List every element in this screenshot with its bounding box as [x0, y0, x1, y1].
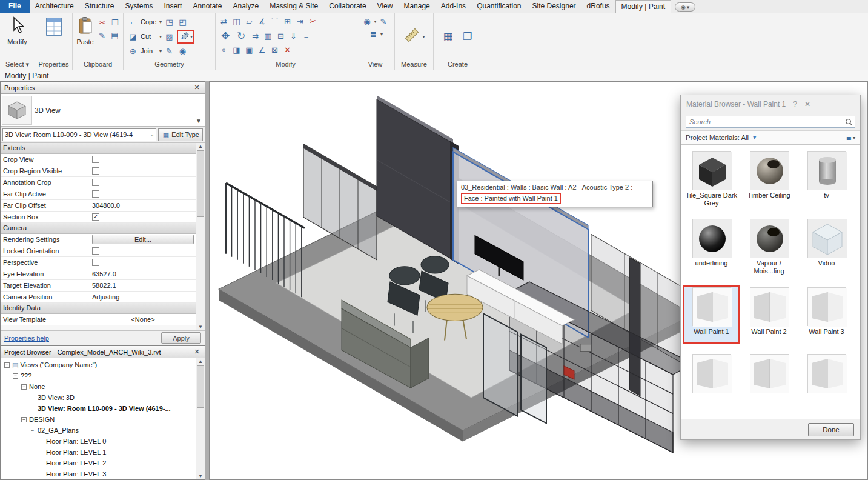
align-icon[interactable]: ⇄ — [218, 16, 230, 27]
half-tone-icon[interactable]: ◨ — [231, 44, 242, 56]
extend-icon[interactable]: ⇥ — [294, 16, 306, 27]
project-browser-title-bar[interactable]: Project Browser - Complex_Model_ARCH_Wik… — [1, 346, 205, 358]
material-timber-ceiling[interactable]: Timber Ceiling — [740, 148, 798, 209]
material-wall-paint-3[interactable]: Wall Paint 3 — [798, 285, 855, 344]
expander-icon[interactable]: − — [21, 384, 27, 390]
cope-button[interactable]: Cope — [141, 18, 157, 25]
tree-item-floor-plan-level-0[interactable]: Floor Plan: LEVEL 0 — [1, 436, 196, 447]
material-wall-paint-1[interactable]: Wall Paint 1 — [683, 285, 740, 344]
material-tile-square-dark-grey[interactable]: Tile_Square Dark Grey — [683, 148, 740, 209]
cut-to-clipboard-icon[interactable]: ✂ — [96, 17, 108, 28]
wall-joins-icon[interactable]: ◉ — [177, 45, 188, 57]
material-tv[interactable]: tv — [798, 148, 855, 209]
browser-scrollbar[interactable]: ▲ ▼ — [196, 358, 205, 479]
property-value[interactable] — [90, 177, 196, 188]
join-button[interactable]: Join — [141, 47, 157, 55]
material-search-input[interactable] — [686, 116, 855, 128]
move-icon[interactable]: ✥ — [218, 28, 233, 43]
tree-item-item[interactable]: −??? — [1, 370, 196, 381]
close-icon[interactable]: ✕ — [804, 100, 810, 108]
tab-file[interactable]: File — [0, 0, 30, 13]
tree-item-3d-view-3d[interactable]: 3D View: 3D — [1, 392, 196, 403]
uncut-geometry-icon[interactable]: ◰ — [177, 16, 188, 28]
section-header-extents[interactable]: Extents — [1, 143, 196, 154]
close-icon[interactable]: ✕ — [193, 84, 201, 92]
scroll-down-icon[interactable]: ▼ — [196, 324, 205, 330]
paste-options-icon[interactable]: ▤ — [109, 30, 121, 41]
pin-icon[interactable]: ⇓ — [288, 30, 299, 42]
scrollbar-thumb[interactable] — [197, 365, 204, 408]
scroll-up-icon[interactable]: ▲ — [196, 359, 205, 364]
split-icon[interactable]: ✂ — [307, 16, 319, 27]
material-vapour-mois-fing[interactable]: Vapour / Mois...fing — [740, 216, 798, 277]
ribbon-options-button[interactable]: ◉▾ — [675, 2, 695, 12]
properties-panel-footer[interactable]: Properties — [35, 59, 72, 70]
tab-insert[interactable]: Insert — [158, 0, 187, 13]
snap-icon[interactable]: ⌖ — [218, 44, 230, 56]
property-value[interactable]: 58822.1 — [90, 280, 196, 291]
paste-button[interactable]: Paste — [75, 15, 95, 58]
box-select-icon[interactable]: ⊠ — [269, 44, 280, 56]
tree-item-floor-plan-level-2[interactable]: Floor Plan: LEVEL 2 — [1, 458, 196, 468]
tree-item-floor-plan-level-1[interactable]: Floor Plan: LEVEL 1 — [1, 447, 196, 458]
thin-lines-icon[interactable]: ◉ — [361, 16, 373, 27]
copy-to-clipboard-icon[interactable]: ❐ — [109, 17, 121, 28]
edit-type-button[interactable]: ▦ Edit Type — [158, 128, 203, 141]
offset-icon[interactable]: ◫ — [231, 16, 242, 27]
chevron-down-icon[interactable]: ▼ — [196, 118, 202, 124]
scrollbar-thumb[interactable] — [197, 150, 204, 217]
unpin-icon[interactable]: ≡ — [300, 30, 312, 42]
hidden-lines-icon[interactable]: ✎ — [378, 16, 389, 27]
properties-button[interactable] — [38, 15, 70, 58]
arc-icon[interactable]: ⌒ — [269, 16, 280, 27]
property-value[interactable]: ✓ — [90, 212, 196, 222]
tab-annotate[interactable]: Annotate — [187, 0, 227, 13]
expander-icon[interactable]: − — [30, 428, 35, 433]
section-header-camera[interactable]: Camera — [1, 223, 196, 234]
tab-systems[interactable]: Systems — [119, 0, 158, 13]
tab-analyze[interactable]: Analyze — [227, 0, 264, 13]
tree-item-none[interactable]: −None — [1, 381, 196, 392]
tab-site-designer[interactable]: Site Designer — [527, 0, 581, 13]
expander-icon[interactable]: − — [13, 373, 18, 379]
apply-button[interactable]: Apply — [161, 332, 201, 344]
scroll-down-icon[interactable]: ▼ — [196, 473, 205, 479]
property-value[interactable] — [90, 245, 196, 256]
match-type-icon[interactable]: ✎ — [96, 30, 108, 41]
tab-manage[interactable]: Manage — [398, 0, 435, 13]
copy-icon[interactable]: ⇉ — [250, 30, 261, 42]
scroll-up-icon[interactable]: ▲ — [196, 144, 205, 149]
close-icon[interactable]: ✕ — [193, 348, 201, 356]
view-list-icon[interactable]: ≣ ▾ — [846, 134, 855, 142]
tab-collaborate[interactable]: Collaborate — [323, 0, 371, 13]
properties-help-link[interactable]: Properties help — [4, 335, 49, 342]
scale-icon[interactable]: ▥ — [262, 30, 274, 42]
property-value[interactable] — [90, 165, 196, 176]
tab-view[interactable]: View — [372, 0, 399, 13]
view-selector-combo[interactable]: 3D View: Room L10-009 - 3D View (4619-4 … — [2, 128, 156, 141]
cut-geometry-icon[interactable]: ◳ — [164, 16, 175, 28]
tree-item-floor-plan-level-3[interactable]: Floor Plan: LEVEL 3 — [1, 468, 196, 479]
done-button[interactable]: Done — [808, 423, 854, 436]
tab-drofus[interactable]: dRofus — [581, 0, 615, 13]
property-value[interactable]: 304800.0 — [90, 200, 196, 211]
angle-icon[interactable]: ∡ — [256, 16, 268, 27]
type-selector[interactable]: 3D View ▼ — [1, 94, 205, 127]
material-partial-9[interactable] — [683, 352, 740, 411]
rotate-icon[interactable]: ↻ — [234, 28, 248, 43]
chevron-down-icon[interactable]: ▾ — [422, 34, 425, 39]
drawing-area[interactable]: 03_Residential : Walls : Basic Wall : A2… — [209, 81, 868, 480]
tab-massing-site[interactable]: Massing & Site — [264, 0, 323, 13]
chevron-down-icon[interactable]: ▼ — [752, 135, 757, 141]
property-value[interactable]: <None> — [90, 314, 196, 325]
tree-item-design[interactable]: −DESIGN — [1, 414, 196, 425]
tree-item-02-ga-plans[interactable]: −02_GA_Plans — [1, 425, 196, 436]
create-group-icon[interactable]: ▦ — [441, 29, 456, 44]
property-value[interactable] — [90, 188, 196, 199]
tree-item-3d-view-room-l10-009-3d-view-4619[interactable]: 3D View: Room L10-009 - 3D View (4619-..… — [1, 403, 196, 414]
tab-add-ins[interactable]: Add-Ins — [436, 0, 471, 13]
region-icon[interactable]: ▣ — [244, 44, 255, 56]
tree-item-views-company-name[interactable]: −▤Views ("Company Name") — [1, 359, 196, 370]
checkbox[interactable]: ✓ — [92, 213, 99, 221]
tab-modify-paint[interactable]: Modify | Paint — [615, 0, 671, 13]
